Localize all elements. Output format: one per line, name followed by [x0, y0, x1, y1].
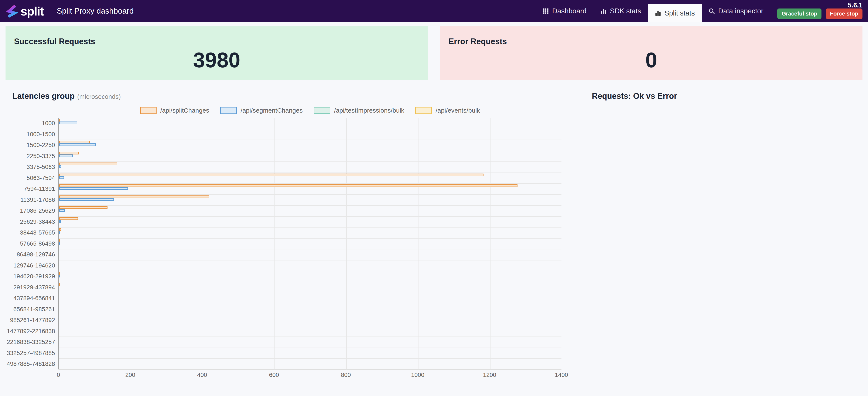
gridline-horizontal	[59, 315, 561, 315]
bar-api-splitchanges	[59, 195, 209, 198]
y-axis-label: 1477892-2216838	[5, 326, 58, 337]
y-axis-label: 985261-1477892	[5, 315, 58, 326]
bar-chart-icon	[655, 10, 661, 17]
legend-item[interactable]: /api/segmentChanges	[220, 107, 303, 114]
x-axis-label: 1200	[483, 372, 496, 378]
gridline-horizontal	[59, 173, 561, 173]
y-axis-label: 437894-656841	[5, 293, 58, 304]
gridline-horizontal	[59, 205, 561, 206]
legend-label: /api/splitChanges	[160, 107, 209, 114]
bar-api-splitchanges	[59, 162, 117, 165]
legend-label: /api/testImpressions/bulk	[334, 107, 404, 114]
y-axis-label: 656841-985261	[5, 304, 58, 315]
gridline-horizontal	[59, 183, 561, 184]
main-nav: Dashboard SDK stats Split stats Data ins…	[535, 0, 770, 22]
error-requests-value: 0	[449, 48, 854, 72]
gridline-vertical	[562, 118, 562, 369]
latencies-chart-title: Latencies group	[12, 92, 75, 101]
error-requests-card: Error Requests 0	[440, 26, 863, 80]
y-axis-label: 17086-25629	[5, 205, 58, 216]
legend-label: /api/segmentChanges	[241, 107, 303, 114]
bar-api-segmentchanges	[59, 187, 128, 190]
app-header: split Split Proxy dashboard Dashboard SD…	[0, 0, 868, 22]
gridline-horizontal	[59, 282, 561, 282]
x-axis-label: 1400	[555, 372, 568, 378]
bar-api-segmentchanges	[59, 231, 60, 234]
y-axis-label: 38443-57665	[5, 227, 58, 238]
bar-api-segmentchanges	[59, 209, 65, 212]
nav-item-split-stats[interactable]: Split stats	[648, 4, 702, 22]
grid-icon	[542, 8, 549, 14]
y-axis-label: 5063-7594	[5, 173, 58, 184]
bar-api-splitchanges	[59, 152, 79, 154]
gridline-horizontal	[59, 271, 561, 271]
x-axis-labels: 0200400600800100012001400	[58, 369, 561, 378]
header-actions: 5.6.1 Graceful stop Force stop	[777, 0, 863, 22]
bar-api-splitchanges	[59, 184, 518, 187]
gridline-horizontal	[59, 216, 561, 217]
legend-item[interactable]: /api/splitChanges	[140, 107, 209, 114]
graceful-stop-button[interactable]: Graceful stop	[777, 8, 822, 19]
bar-api-segmentchanges	[59, 165, 61, 168]
gridline-horizontal	[59, 326, 561, 326]
force-stop-button[interactable]: Force stop	[826, 8, 863, 19]
latencies-chart-section: Latencies group (microseconds) /api/spli…	[5, 92, 570, 378]
y-axis-label: 2216838-3325257	[5, 336, 58, 347]
y-axis-label: 4987885-7481828	[5, 358, 58, 369]
gridline-vertical	[203, 118, 203, 369]
x-axis-label: 0	[57, 372, 60, 378]
legend-item[interactable]: /api/events/bulk	[415, 107, 480, 114]
y-axis-label: 2250-3375	[5, 151, 58, 162]
gridline-horizontal	[59, 238, 561, 239]
x-axis-label: 200	[125, 372, 135, 378]
bar-api-splitchanges	[59, 283, 60, 286]
x-axis-label: 1000	[411, 372, 424, 378]
nav-item-label: Split stats	[664, 9, 695, 17]
y-axis-label: 57665-86498	[5, 238, 58, 249]
latencies-title-row: Latencies group (microseconds)	[12, 92, 570, 101]
y-axis-label: 1000-1500	[5, 129, 58, 140]
nav-item-data-inspector[interactable]: Data inspector	[702, 0, 770, 22]
bar-api-splitchanges	[59, 174, 484, 176]
legend-label: /api/events/bulk	[436, 107, 480, 114]
gridline-horizontal	[59, 336, 561, 337]
y-axis-label: 11391-17086	[5, 194, 58, 206]
gridline-vertical	[346, 118, 347, 369]
bar-api-splitchanges	[59, 119, 60, 122]
page-title: Split Proxy dashboard	[57, 7, 134, 16]
bar-api-splitchanges	[59, 228, 61, 231]
y-axis-label: 291929-437894	[5, 282, 58, 293]
bar-chart-icon	[600, 8, 607, 14]
y-axis-label: 25629-38443	[5, 216, 58, 227]
gridline-vertical	[275, 118, 275, 369]
requests-chart-title: Requests: Ok vs Error	[592, 92, 677, 100]
legend-item[interactable]: /api/testImpressions/bulk	[314, 107, 404, 114]
gridline-horizontal	[59, 347, 561, 348]
gridline-horizontal	[59, 249, 561, 249]
y-axis-label: 7594-11391	[5, 183, 58, 194]
stat-cards-row: Successful Requests 3980 Error Requests …	[5, 26, 863, 80]
successful-requests-title: Successful Requests	[14, 37, 420, 46]
gridline-horizontal	[59, 304, 561, 304]
gridline-horizontal	[59, 151, 561, 151]
bar-api-splitchanges	[59, 141, 90, 143]
bar-api-splitchanges	[59, 272, 60, 275]
bar-api-splitchanges	[59, 239, 60, 242]
gridline-horizontal	[59, 260, 561, 261]
y-axis-label: 3375-5063	[5, 161, 58, 173]
nav-item-label: Dashboard	[552, 7, 586, 15]
gridline-horizontal	[59, 140, 561, 140]
nav-item-dashboard[interactable]: Dashboard	[535, 0, 593, 22]
gridline-horizontal	[59, 293, 561, 293]
bar-api-segmentchanges	[59, 122, 77, 124]
nav-item-sdk-stats[interactable]: SDK stats	[593, 0, 648, 22]
bar-api-segmentchanges	[59, 154, 73, 157]
gridline-horizontal	[59, 118, 561, 118]
y-axis-label: 86498-129746	[5, 249, 58, 260]
bar-api-segmentchanges	[59, 242, 60, 245]
x-axis-label: 800	[341, 372, 351, 378]
legend-swatch	[415, 107, 432, 114]
bar-api-splitchanges	[59, 217, 78, 220]
y-axis-labels: 10001000-15001500-22502250-33753375-5063…	[5, 118, 58, 369]
gridline-vertical	[131, 118, 131, 369]
